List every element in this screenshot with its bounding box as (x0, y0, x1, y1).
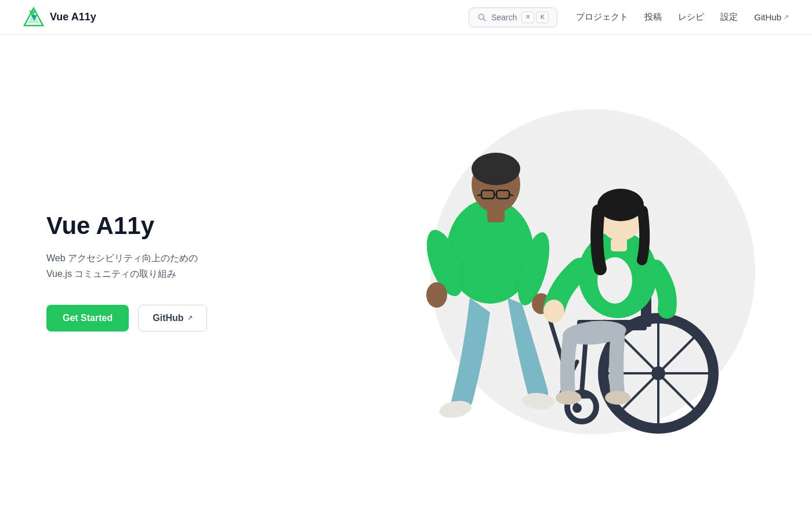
svg-rect-40 (611, 239, 627, 251)
logo-icon (23, 7, 44, 28)
search-icon (477, 13, 487, 22)
nav-recipes[interactable]: レシピ (678, 12, 704, 23)
svg-point-8 (472, 153, 520, 185)
nav-settings[interactable]: 設定 (720, 12, 738, 23)
search-label: Search (491, 13, 517, 22)
logo[interactable]: Vue A11y (23, 7, 96, 28)
keyboard-shortcut: ⌘ K (521, 12, 549, 23)
k-key: K (536, 12, 549, 23)
hero-title: Vue A11y (46, 211, 290, 240)
nav-projects[interactable]: プロジェクト (576, 12, 628, 23)
get-started-button[interactable]: Get Started (46, 305, 129, 332)
svg-point-15 (426, 282, 447, 308)
hero-section: Vue A11y Web アクセシビリティ向上のための Vue.js コミュニテ… (46, 211, 290, 332)
svg-line-30 (582, 338, 586, 392)
github-button[interactable]: GitHub ↗ (138, 305, 206, 332)
svg-point-41 (543, 300, 564, 323)
search-button[interactable]: Search ⌘ K (469, 8, 557, 27)
svg-point-44 (605, 391, 630, 405)
main-nav: Search ⌘ K プロジェクト 投稿 レシピ 設定 GitHub ↗ (469, 8, 789, 27)
site-header: Vue A11y Search ⌘ K プロジェクト 投稿 レシピ 設定 Git… (0, 0, 812, 35)
svg-point-4 (478, 14, 484, 19)
cta-buttons: Get Started GitHub ↗ (46, 305, 290, 332)
svg-point-19 (572, 403, 582, 413)
svg-point-43 (556, 391, 581, 405)
nav-posts[interactable]: 投稿 (644, 12, 662, 23)
main-content: Vue A11y Web アクセシビリティ向上のための Vue.js コミュニテ… (0, 35, 812, 508)
svg-point-21 (521, 391, 555, 410)
logo-text: Vue A11y (50, 11, 96, 23)
nav-github[interactable]: GitHub ↗ (754, 12, 789, 22)
illustration-area (290, 35, 766, 508)
svg-line-5 (483, 19, 485, 21)
nav-links: プロジェクト 投稿 レシピ 設定 GitHub ↗ (576, 12, 789, 23)
hero-subtitle: Web アクセシビリティ向上のための Vue.js コミュニティの取り組み (46, 250, 290, 282)
cmd-key: ⌘ (521, 12, 534, 23)
hero-illustration (310, 83, 745, 460)
external-link-icon: ↗ (784, 13, 789, 21)
external-link-icon-btn: ↗ (187, 314, 193, 322)
svg-rect-22 (487, 208, 505, 222)
